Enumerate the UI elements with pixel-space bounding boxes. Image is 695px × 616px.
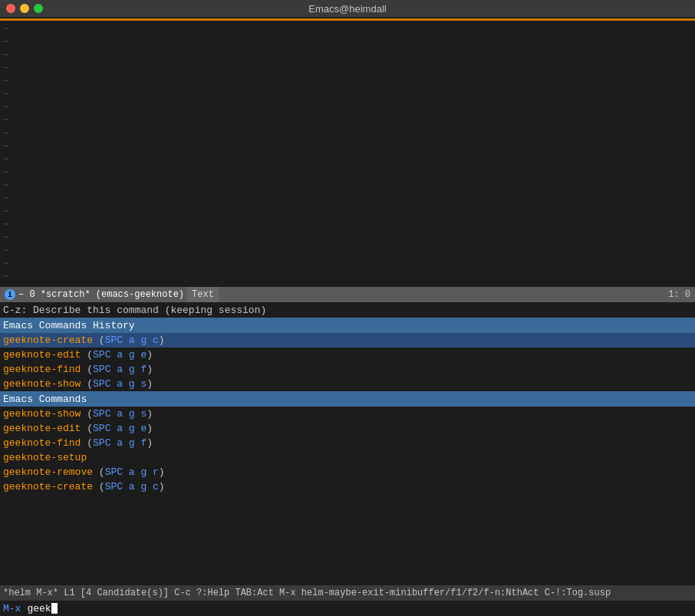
tilde-line: ~ bbox=[0, 270, 695, 283]
minibuffer[interactable]: M-x geek bbox=[0, 601, 695, 616]
tilde-line: ~ bbox=[0, 205, 695, 218]
tilde-line: ~ bbox=[0, 192, 695, 205]
tilde-line: ~ bbox=[0, 22, 695, 35]
tilde-line: ~ bbox=[0, 35, 695, 48]
minimize-button[interactable] bbox=[20, 4, 29, 13]
helm-commands-header: Emacs Commands bbox=[0, 391, 695, 407]
tilde-line: ~ bbox=[0, 179, 695, 192]
window-controls[interactable] bbox=[6, 4, 43, 13]
minibuffer-input-text: geek bbox=[27, 603, 51, 614]
minibuffer-prompt: M-x bbox=[3, 603, 21, 614]
tilde-line: ~ bbox=[0, 153, 695, 166]
tilde-line: ~ bbox=[0, 87, 695, 100]
helm-candidate-geeknote-create[interactable]: geeknote-create (SPC a g c) bbox=[0, 479, 695, 494]
helm-status-text: *helm M-x* L1 [4 Candidate(s)] C-c ?:Hel… bbox=[3, 588, 611, 598]
helm-candidate-geeknote-remove[interactable]: geeknote-remove (SPC a g r) bbox=[0, 465, 695, 479]
tilde-line: ~ bbox=[0, 140, 695, 153]
helm-candidate-geeknote-show[interactable]: geeknote-show (SPC a g s) bbox=[0, 407, 695, 421]
helm-candidate-geeknote-edit-history[interactable]: geeknote-edit (SPC a g e) bbox=[0, 348, 695, 362]
editor-area: ~ ~ ~ ~ ~ ~ ~ ~ ~ ~ ~ ~ ~ ~ ~ ~ ~ ~ ~ ~ bbox=[0, 17, 695, 287]
close-button[interactable] bbox=[6, 4, 15, 13]
mode-line: i – 0 *scratch* (emacs-geeknote) Text 1:… bbox=[0, 287, 695, 302]
tilde-line: ~ bbox=[0, 231, 695, 244]
tilde-line: ~ bbox=[0, 244, 695, 257]
tilde-line: ~ bbox=[0, 61, 695, 74]
helm-candidate-geeknote-find[interactable]: geeknote-find (SPC a g f) bbox=[0, 436, 695, 450]
tilde-line: ~ bbox=[0, 114, 695, 127]
titlebar: Emacs@heimdall bbox=[0, 0, 695, 17]
window-title: Emacs@heimdall bbox=[308, 3, 386, 15]
helm-candidate-geeknote-edit[interactable]: geeknote-edit (SPC a g e) bbox=[0, 421, 695, 436]
helm-history-header: Emacs Commands History bbox=[0, 318, 695, 333]
tilde-line: ~ bbox=[0, 100, 695, 114]
helm-status-bar: *helm M-x* L1 [4 Candidate(s)] C-c ?:Hel… bbox=[0, 585, 695, 601]
tilde-line: ~ bbox=[0, 257, 695, 270]
helm-candidate-geeknote-create-history[interactable]: geeknote-create (SPC a g c) bbox=[0, 333, 695, 348]
buffer-name: – 0 *scratch* (emacs-geeknote) bbox=[18, 289, 184, 300]
cursor-position: 1: 0 bbox=[668, 289, 690, 300]
tilde-line: ~ bbox=[0, 127, 695, 140]
helm-candidate-geeknote-find-history[interactable]: geeknote-find (SPC a g f) bbox=[0, 362, 695, 377]
top-indicator-line bbox=[0, 18, 695, 21]
helm-candidate-geeknote-show-history[interactable]: geeknote-show (SPC a g s) bbox=[0, 377, 695, 391]
echo-text: C-z: Describe this command (keeping sess… bbox=[3, 305, 266, 316]
tilde-line: ~ bbox=[0, 218, 695, 231]
helm-completion-area[interactable]: Emacs Commands History geeknote-create (… bbox=[0, 318, 695, 494]
major-mode-badge: Text bbox=[187, 287, 219, 302]
tilde-line: ~ bbox=[0, 48, 695, 61]
tilde-line: ~ bbox=[0, 74, 695, 87]
helm-candidate-geeknote-setup[interactable]: geeknote-setup bbox=[0, 450, 695, 465]
tilde-line: ~ bbox=[0, 166, 695, 179]
echo-area: C-z: Describe this command (keeping sess… bbox=[0, 302, 695, 318]
maximize-button[interactable] bbox=[34, 4, 43, 13]
minibuffer-cursor bbox=[51, 603, 58, 614]
info-icon: i bbox=[5, 289, 15, 300]
